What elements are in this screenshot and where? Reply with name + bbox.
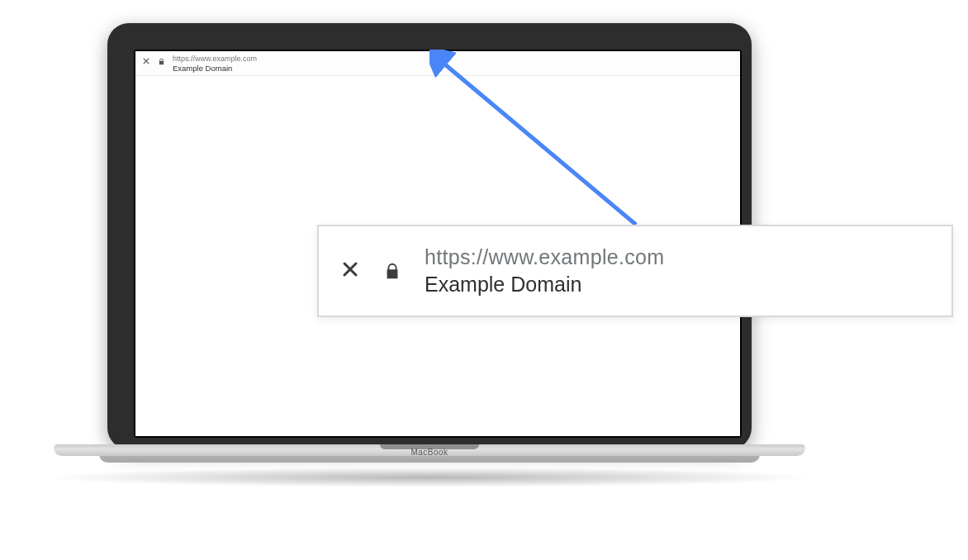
device-brand-label: MacBook xyxy=(410,448,448,457)
callout-url: https://www.example.com xyxy=(425,245,664,269)
laptop-base: MacBook xyxy=(99,444,760,463)
callout-title: Example Domain xyxy=(425,273,664,297)
lock-icon[interactable] xyxy=(383,259,401,282)
address-bar-title: Example Domain xyxy=(173,64,257,73)
lock-icon[interactable] xyxy=(158,57,165,66)
address-bar-zoom-callout: https://www.example.com Example Domain xyxy=(317,225,953,317)
browser-address-bar: https://www.example.com Example Domain xyxy=(135,51,740,76)
stop-close-icon[interactable] xyxy=(142,55,150,69)
address-bar-url[interactable]: https://www.example.com xyxy=(173,55,257,64)
stop-close-icon[interactable] xyxy=(340,259,360,283)
